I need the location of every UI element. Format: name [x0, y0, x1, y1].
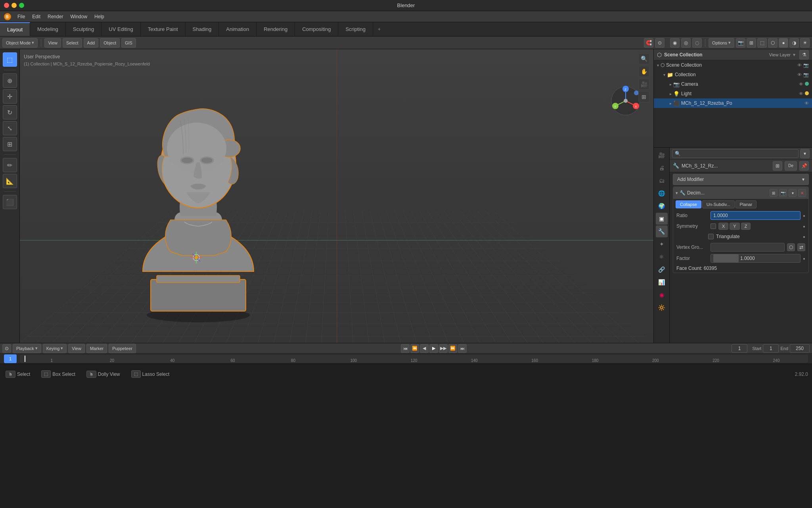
start-frame-field[interactable]: 1 — [763, 344, 779, 353]
tab-texture-paint[interactable]: Texture Paint — [141, 22, 186, 36]
tool-transform[interactable]: ⊞ — [3, 137, 17, 151]
mod-tab-unsubdiv[interactable]: Un-Subdiv... — [702, 200, 735, 208]
prop-material-icon[interactable]: ◉ — [656, 289, 668, 301]
viewport-shade-ren[interactable]: ☀ — [800, 38, 810, 48]
menu-edit[interactable]: Edit — [29, 13, 44, 20]
visibility-icon[interactable]: 👁 — [797, 63, 802, 68]
symmetry-checkbox[interactable] — [710, 223, 716, 229]
timeline-mode-icon[interactable]: ⊙ — [2, 344, 11, 353]
maximize-button[interactable] — [19, 3, 24, 8]
tool-cursor[interactable]: ⊕ — [3, 73, 17, 88]
outliner-collection[interactable]: ▾ 📁 Collection 👁 📷 — [654, 70, 812, 79]
menu-render[interactable]: Render — [44, 13, 66, 20]
play-btn[interactable]: ▶ — [429, 344, 438, 353]
step-forward-btn[interactable]: ▶▶ — [439, 344, 448, 353]
modifier-dropdown-btn[interactable]: ▾ — [789, 189, 797, 197]
mod-tab-planar[interactable]: Planar — [735, 200, 757, 208]
vertex-group-input[interactable] — [710, 243, 785, 252]
camera-toggle[interactable]: 📷 — [736, 38, 745, 48]
visibility-icon-light[interactable]: 👁 — [799, 91, 803, 96]
proportional-edit[interactable]: ⊙ — [655, 38, 665, 48]
outliner-light[interactable]: ▸ 💡 Light 👁 — [654, 89, 812, 98]
factor-input[interactable]: 1.0000 — [710, 254, 801, 263]
tab-compositing[interactable]: Compositing — [295, 22, 338, 36]
prop-de-btn[interactable]: De — [785, 161, 797, 171]
sym-z-btn[interactable]: Z — [741, 223, 751, 230]
select-menu[interactable]: Select — [63, 38, 82, 48]
tool-scale[interactable]: ⤡ — [3, 121, 17, 135]
tool-annotate[interactable]: ✏ — [3, 158, 17, 172]
blender-icon[interactable]: B — [3, 12, 12, 21]
outliner-camera[interactable]: ▸ 📷 Camera 👁 — [654, 79, 812, 89]
tool-select-box[interactable]: ⬚ — [3, 52, 17, 67]
prop-physics-icon[interactable]: ⚛ — [656, 251, 668, 263]
prop-world-icon[interactable]: 🌍 — [656, 200, 668, 212]
visibility-icon-cam[interactable]: 👁 — [799, 82, 803, 87]
prop-browse-btn[interactable]: ⊞ — [773, 161, 782, 171]
prop-scene-icon[interactable]: 🌐 — [656, 187, 668, 199]
status-box-select[interactable]: ⬚ Box Select — [38, 364, 78, 384]
tab-uv-editing[interactable]: UV Editing — [102, 22, 140, 36]
triangulate-checkbox[interactable] — [708, 234, 714, 239]
tab-sculpting[interactable]: Sculpting — [66, 22, 102, 36]
tool-rotate[interactable]: ↻ — [3, 105, 17, 119]
grid-view-btn[interactable]: ⊞ — [638, 91, 649, 102]
tab-scripting[interactable]: Scripting — [338, 22, 373, 36]
object-mode-selector[interactable]: Object Mode ▾ — [2, 38, 38, 48]
prop-constraints-icon[interactable]: 🔗 — [656, 264, 668, 275]
sym-y-btn[interactable]: Y — [730, 223, 739, 230]
prop-modifier-icon[interactable]: 🔧 — [656, 225, 668, 237]
current-frame-field[interactable]: 1 — [732, 344, 747, 353]
keying-menu[interactable]: Keying ▾ — [43, 344, 67, 353]
menu-file[interactable]: File — [14, 13, 28, 20]
next-keyframe-btn[interactable]: ⏩ — [448, 344, 457, 353]
puppeteer-menu[interactable]: Puppeteer — [109, 344, 136, 353]
prop-pin-btn[interactable]: 📌 — [799, 161, 809, 171]
xray-toggle[interactable]: ⬚ — [757, 38, 767, 48]
vertex-group-swap[interactable]: ⇄ — [797, 243, 805, 251]
prop-shading-icon[interactable]: 🔆 — [656, 302, 668, 314]
viewport-shade-solid2[interactable]: ● — [779, 38, 788, 48]
timeline-ruler[interactable]: 1 20 40 60 80 100 120 140 160 180 200 22… — [20, 355, 808, 363]
jump-end-btn[interactable]: ⏭ — [458, 344, 467, 353]
minimize-button[interactable] — [11, 3, 17, 8]
status-dolly-view[interactable]: 🖱 Dolly View — [83, 364, 123, 384]
end-frame-field[interactable]: 250 — [790, 344, 810, 353]
visibility-icon-mesh[interactable]: 👁 — [804, 101, 809, 106]
view-menu-timeline[interactable]: View — [68, 344, 85, 353]
vertex-group-menu[interactable]: ⬡ — [787, 243, 795, 251]
viewport-shade-wire[interactable]: ⬡ — [768, 38, 778, 48]
menu-help[interactable]: Help — [91, 13, 107, 20]
tab-animation[interactable]: Animation — [219, 22, 257, 36]
status-select[interactable]: 🖱 Select — [2, 364, 33, 384]
object-menu[interactable]: Object — [100, 38, 120, 48]
tab-shading[interactable]: Shading — [186, 22, 219, 36]
prop-particles-icon[interactable]: ✦ — [656, 238, 668, 250]
mod-tab-collapse[interactable]: Collapse — [676, 200, 701, 208]
prop-data-icon[interactable]: 📊 — [656, 276, 668, 288]
camera-view-btn[interactable]: 🎥 — [638, 79, 649, 90]
status-lasso-select[interactable]: ⬚ Lasso Select — [128, 364, 173, 384]
tool-add-cube[interactable]: ⬛ — [3, 195, 17, 209]
properties-filter-icon[interactable]: ▾ — [800, 149, 810, 158]
viewport-shade-rendered[interactable]: ◌ — [692, 38, 702, 48]
zoom-in-btn[interactable]: 🔍 — [638, 53, 649, 64]
viewport-shade-material[interactable]: ◎ — [681, 38, 691, 48]
tool-move[interactable]: ✛ — [3, 89, 17, 104]
modifier-render-btn[interactable]: ⊞ — [770, 189, 778, 197]
add-tab-button[interactable]: + — [373, 22, 385, 36]
tab-modeling[interactable]: Modeling — [30, 22, 66, 36]
tool-measure[interactable]: 📐 — [3, 174, 17, 188]
menu-window[interactable]: Window — [67, 13, 90, 20]
step-back-btn[interactable]: ◀ — [420, 344, 429, 353]
ratio-input[interactable]: 1.0000 — [710, 211, 801, 220]
prev-keyframe-btn[interactable]: ⏪ — [410, 344, 419, 353]
prop-output-icon[interactable]: 🖨 — [656, 162, 668, 174]
viewport-shade-solid[interactable]: ◉ — [670, 38, 680, 48]
sym-x-btn[interactable]: X — [718, 223, 728, 230]
outliner-filter[interactable]: ⚗ — [799, 50, 809, 60]
add-menu[interactable]: Add — [84, 38, 99, 48]
marker-menu[interactable]: Marker — [86, 344, 107, 353]
render-icon-coll[interactable]: 📷 — [803, 72, 809, 77]
outliner-scene-collection[interactable]: ▾ ⬡ Scene Collection 👁 📷 — [654, 60, 812, 70]
